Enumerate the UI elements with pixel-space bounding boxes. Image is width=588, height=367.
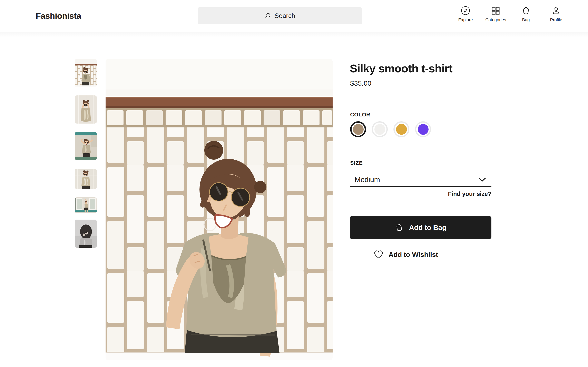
- brand-logo[interactable]: Fashionista: [36, 0, 81, 32]
- thumbnail-1-brick-wall[interactable]: [75, 59, 97, 87]
- color-swatch-purple[interactable]: [415, 121, 431, 137]
- grid-icon: [491, 4, 501, 16]
- nav-explore[interactable]: Explore: [450, 4, 481, 22]
- product-image-main: [105, 59, 333, 360]
- size-selected-value: Medium: [355, 175, 380, 184]
- product-price: $35.00: [350, 79, 371, 87]
- bag-icon: [521, 4, 531, 16]
- nav-profile[interactable]: Profile: [541, 4, 571, 22]
- header-nav: Explore Categories: [450, 4, 571, 22]
- header-divider: [0, 33, 588, 38]
- thumbnail-4-shiny-tank[interactable]: [75, 169, 97, 189]
- nav-categories-label: Categories: [485, 17, 506, 22]
- color-swatch-purple-fill: [418, 124, 429, 135]
- color-swatch-row: [350, 121, 431, 137]
- compass-icon: [461, 4, 470, 16]
- nav-bag-label: Bag: [522, 17, 530, 22]
- thumbnail-2-adjusting-glasses[interactable]: [75, 95, 97, 124]
- color-swatch-tan-fill: [353, 124, 364, 135]
- nav-explore-label: Explore: [458, 17, 473, 22]
- app-header: Fashionista Search Ex: [0, 0, 588, 32]
- color-swatch-off-white[interactable]: [372, 121, 388, 137]
- nav-categories[interactable]: Categories: [481, 4, 511, 22]
- product-details: Silky smooth t-shirt $35.00 COLOR SIZE M…: [350, 62, 492, 327]
- nav-profile-label: Profile: [550, 17, 562, 22]
- color-swatch-off-white-fill: [374, 124, 385, 135]
- add-to-bag-label: Add to Bag: [409, 224, 447, 232]
- search-icon: [264, 12, 271, 19]
- color-swatch-tan[interactable]: [350, 121, 366, 137]
- model-photo-illustration: [105, 59, 333, 360]
- person-icon: [552, 4, 561, 16]
- add-to-wishlist-label: Add to Wishlist: [389, 250, 438, 259]
- color-swatch-gold[interactable]: [393, 121, 409, 137]
- search-placeholder: Search: [274, 12, 295, 20]
- chevron-down-icon: [478, 177, 486, 182]
- bag-icon: [395, 223, 404, 232]
- product-page: Fashionista Search Ex: [0, 0, 588, 367]
- search-input[interactable]: Search: [198, 7, 362, 24]
- find-your-size-link[interactable]: Find your size?: [350, 191, 492, 197]
- add-to-wishlist-button[interactable]: Add to Wishlist: [373, 247, 439, 262]
- size-section-label: SIZE: [350, 160, 363, 166]
- product-title: Silky smooth t-shirt: [350, 62, 452, 75]
- size-select-underline: [350, 186, 492, 187]
- thumbnail-5-full-body-teal[interactable]: [75, 197, 97, 213]
- add-to-bag-button[interactable]: Add to Bag: [350, 216, 492, 239]
- color-swatch-gold-fill: [396, 124, 407, 135]
- thumbnail-3-peace-signs[interactable]: [75, 132, 97, 160]
- nav-bag[interactable]: Bag: [511, 4, 541, 22]
- size-select[interactable]: Medium: [350, 173, 492, 186]
- thumbnail-6-black-and-white[interactable]: [75, 220, 97, 248]
- heart-icon: [374, 250, 383, 259]
- color-section-label: COLOR: [350, 111, 370, 118]
